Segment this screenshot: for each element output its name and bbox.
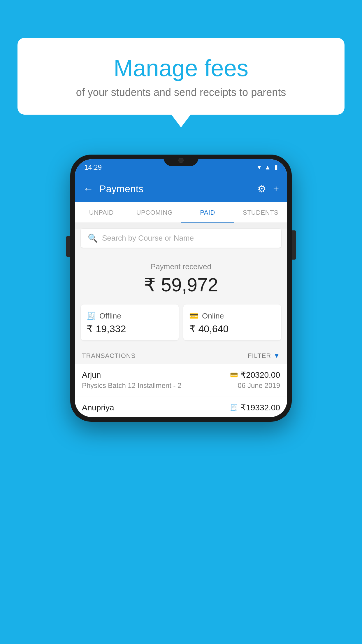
transaction-course: Physics Batch 12 Installment - 2	[82, 382, 181, 390]
transaction-item-partial[interactable]: Anupriya 🧾 ₹19332.00	[75, 396, 287, 417]
search-icon: 🔍	[88, 233, 98, 243]
camera-dot	[178, 158, 184, 163]
signal-icon: ▲	[264, 164, 271, 171]
online-card: 💳 Online ₹ 40,640	[183, 304, 281, 340]
transactions-label: TRANSACTIONS	[82, 352, 136, 360]
transaction-row-1: Arjun 💳 ₹20320.00	[82, 370, 280, 380]
filter-button[interactable]: FILTER ▼	[248, 352, 280, 360]
tab-students[interactable]: STUDENTS	[234, 202, 287, 223]
status-icons: ▾ ▲ ▮	[258, 164, 278, 171]
offline-card-amount: ₹ 19,332	[87, 323, 173, 335]
transaction-item[interactable]: Arjun 💳 ₹20320.00 Physics Batch 12 Insta…	[75, 364, 287, 396]
phone-container: 14:29 ▾ ▲ ▮ ← Payments ⚙ + UNPAID UPCO	[70, 155, 292, 422]
app-bar-title: Payments	[99, 183, 252, 195]
speech-bubble: Manage fees of your students and send re…	[17, 38, 345, 115]
offline-card-type: Offline	[99, 312, 121, 321]
tab-upcoming[interactable]: UPCOMING	[128, 202, 181, 223]
online-card-amount: ₹ 40,640	[189, 323, 275, 335]
wifi-icon: ▾	[258, 164, 261, 171]
app-bar: ← Payments ⚙ +	[75, 176, 287, 202]
transaction-amount-2: ₹19332.00	[241, 403, 280, 412]
online-card-type: Online	[202, 312, 224, 321]
transactions-header: TRANSACTIONS FILTER ▼	[75, 346, 287, 364]
back-button[interactable]: ←	[83, 183, 94, 195]
app-bar-icons: ⚙ +	[257, 183, 279, 195]
bubble-subtitle: of your students and send receipts to pa…	[38, 86, 324, 99]
content-area: 🔍 Search by Course or Name Payment recei…	[75, 229, 287, 417]
status-time: 14:29	[84, 163, 102, 172]
payment-summary: Payment received ₹ 59,972	[75, 253, 287, 302]
search-bar[interactable]: 🔍 Search by Course or Name	[81, 229, 281, 248]
tabs: UNPAID UPCOMING PAID STUDENTS	[75, 202, 287, 223]
online-payment-icon: 💳	[189, 312, 198, 321]
bubble-title: Manage fees	[38, 55, 324, 81]
online-card-header: 💳 Online	[189, 312, 275, 321]
offline-card: 🧾 Offline ₹ 19,332	[81, 304, 179, 340]
add-icon[interactable]: +	[273, 183, 279, 195]
transaction-amount: ₹20320.00	[241, 370, 280, 380]
tab-unpaid[interactable]: UNPAID	[75, 202, 128, 223]
phone-inner: 14:29 ▾ ▲ ▮ ← Payments ⚙ + UNPAID UPCO	[75, 159, 287, 417]
tab-paid[interactable]: PAID	[181, 202, 234, 223]
battery-icon: ▮	[274, 164, 278, 171]
payment-cards-row: 🧾 Offline ₹ 19,332 💳 Online ₹ 40,640	[75, 302, 287, 346]
settings-icon[interactable]: ⚙	[257, 183, 266, 195]
phone-notch	[164, 155, 198, 166]
transaction-date: 06 June 2019	[238, 382, 280, 390]
filter-icon: ▼	[273, 352, 280, 360]
payment-total-amount: ₹ 59,972	[75, 274, 287, 296]
phone-outer: 14:29 ▾ ▲ ▮ ← Payments ⚙ + UNPAID UPCO	[70, 155, 292, 422]
payment-received-label: Payment received	[75, 262, 287, 271]
offline-payment-icon: 🧾	[87, 312, 96, 321]
transaction-amount-wrap: 💳 ₹20320.00	[230, 370, 280, 380]
transaction-payment-icon-2: 🧾	[230, 404, 238, 412]
transaction-row-2: Physics Batch 12 Installment - 2 06 June…	[82, 382, 280, 390]
transactions-list: Arjun 💳 ₹20320.00 Physics Batch 12 Insta…	[75, 364, 287, 417]
search-input[interactable]: Search by Course or Name	[102, 234, 194, 243]
transaction-payment-icon: 💳	[230, 371, 238, 379]
transaction-name: Arjun	[82, 370, 101, 380]
offline-card-header: 🧾 Offline	[87, 312, 173, 321]
transaction-name-2: Anupriya	[82, 403, 114, 412]
speech-bubble-container: Manage fees of your students and send re…	[17, 38, 345, 115]
filter-label: FILTER	[248, 352, 271, 360]
transaction-amount-wrap-2: 🧾 ₹19332.00	[230, 403, 280, 412]
transaction-row-1b: Anupriya 🧾 ₹19332.00	[82, 403, 280, 412]
